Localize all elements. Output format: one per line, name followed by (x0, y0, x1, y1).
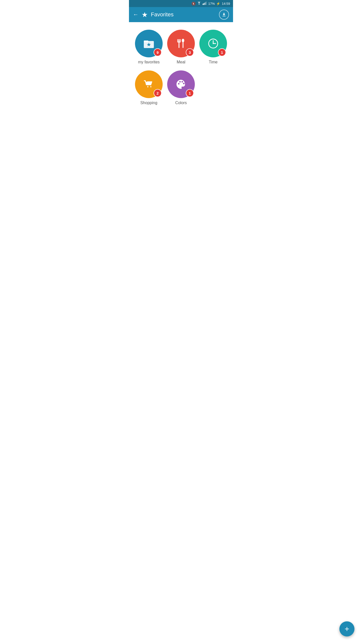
svg-rect-5 (144, 41, 148, 42)
svg-rect-1 (204, 3, 204, 5)
star-icon: ★ (142, 11, 148, 19)
svg-rect-3 (206, 2, 206, 5)
main-content: 9 my favorites (129, 22, 233, 110)
svg-point-22 (178, 83, 179, 85)
folder-star-icon (142, 36, 156, 51)
label-colors: Colors (175, 101, 187, 105)
category-item-shopping[interactable]: 2 Shopping (134, 70, 164, 105)
svg-point-23 (179, 81, 181, 83)
circle-container-colors: 1 (167, 70, 195, 98)
category-item-my-favorites[interactable]: 9 my favorites (134, 30, 164, 64)
signal-icon (203, 2, 207, 6)
svg-rect-2 (205, 2, 205, 5)
clock-icon (206, 36, 220, 51)
svg-point-25 (183, 83, 185, 84)
svg-rect-0 (203, 4, 203, 5)
category-item-colors[interactable]: 1 Colors (166, 70, 196, 105)
fork-spoon-icon (174, 36, 188, 51)
label-meal: Meal (177, 60, 186, 64)
svg-point-20 (147, 86, 149, 88)
svg-point-21 (150, 86, 152, 88)
circle-container-shopping: 2 (135, 70, 163, 98)
category-item-meal[interactable]: 3 Meal (166, 30, 196, 64)
palette-icon (174, 77, 188, 91)
app-bar: ← ★ Favorites (129, 7, 233, 22)
time-display: 14:59 (222, 2, 230, 6)
back-button[interactable]: ← (133, 11, 139, 18)
circle-container-my-favorites: 9 (135, 30, 163, 57)
label-time: Time (209, 60, 218, 64)
cart-icon (142, 77, 156, 91)
circle-container-meal: 3 (167, 30, 195, 57)
circle-container-time: 1 (199, 30, 227, 57)
category-item-time[interactable]: 1 Time (198, 30, 228, 64)
badge-colors: 1 (186, 89, 194, 97)
download-button[interactable] (219, 10, 229, 20)
svg-point-16 (213, 43, 214, 44)
page-title: Favorites (151, 11, 216, 18)
mute-icon: 🔇 (192, 2, 196, 6)
badge-my-favorites: 9 (154, 48, 162, 56)
badge-meal: 3 (186, 48, 194, 56)
svg-point-11 (182, 39, 184, 42)
svg-point-24 (182, 81, 183, 83)
status-bar: 🔇 17% ⚡ 14:59 (129, 0, 233, 7)
label-shopping: Shopping (140, 101, 157, 105)
battery-icon: ⚡ (216, 2, 220, 6)
wifi-icon (197, 2, 201, 6)
label-my-favorites: my favorites (138, 60, 160, 64)
badge-time: 1 (218, 48, 226, 56)
favorites-grid: 9 my favorites (134, 30, 228, 105)
battery-percent: 17% (208, 2, 215, 6)
badge-shopping: 2 (154, 89, 162, 97)
